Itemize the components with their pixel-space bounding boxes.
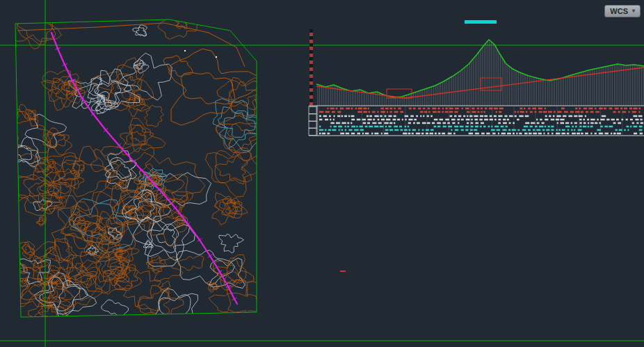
wcs-label: WCS xyxy=(610,7,628,15)
chevron-down-icon: ▾ xyxy=(632,8,635,14)
wcs-control[interactable]: WCS ▾ xyxy=(604,5,641,17)
cad-drawing-canvas[interactable] xyxy=(0,0,644,347)
